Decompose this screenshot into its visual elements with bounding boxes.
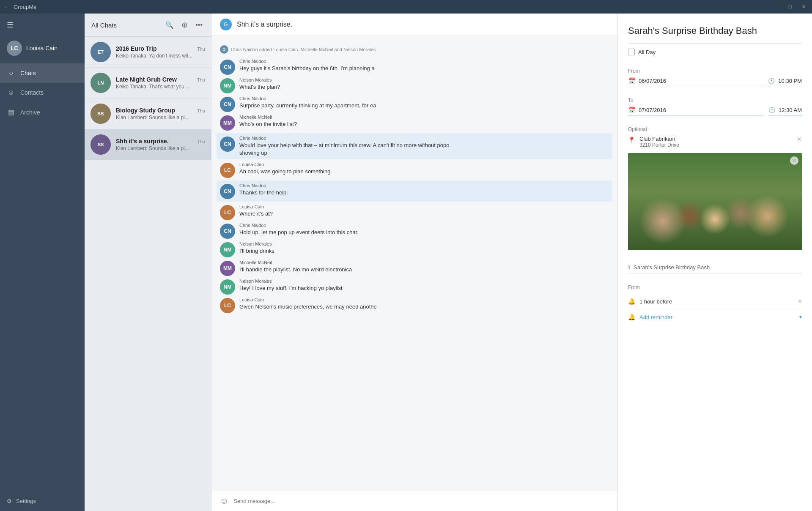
- chat-item-body: Shh it's a surprise. Thu Kian Lambert: S…: [116, 138, 205, 151]
- hamburger-menu[interactable]: ☰: [0, 14, 85, 36]
- msg-body: Louisa Cain Where it's at?: [239, 204, 273, 218]
- event-image-container: ✕: [628, 153, 802, 257]
- image-close-button[interactable]: ✕: [790, 156, 798, 165]
- titlebar: ← GroupMe ─ □ ✕: [0, 0, 812, 14]
- msg-sender: Michelle McNeil: [239, 260, 352, 265]
- chat-message: NM Nelson Morales I'll bring drinks: [220, 241, 609, 257]
- chat-name: Shh it's a surprise.: [116, 138, 169, 145]
- add-reminder-icon: 🔔: [628, 314, 635, 320]
- sidebar-settings[interactable]: ⚙ Settings: [0, 491, 85, 511]
- to-time-field[interactable]: 🕐 12:30 AM: [768, 107, 802, 115]
- reminder-close-button[interactable]: ✕: [798, 298, 802, 304]
- add-reminder-row[interactable]: 🔔 Add reminder ▾: [628, 309, 802, 325]
- minimize-button[interactable]: ─: [772, 3, 781, 11]
- msg-text: Would love your help with that – at mini…: [239, 142, 451, 157]
- search-icon[interactable]: 🔍: [164, 19, 176, 31]
- sidebar-item-archive[interactable]: ▤ Archive: [0, 102, 85, 122]
- msg-avatar: CN: [220, 97, 235, 112]
- window-controls: ─ □ ✕: [772, 3, 809, 11]
- optional-label: Optional: [628, 126, 802, 132]
- all-day-checkbox[interactable]: [628, 49, 635, 55]
- location-address: 3210 Porter Drive: [639, 142, 793, 148]
- msg-sender: Chris Naidoo: [239, 223, 359, 228]
- settings-icon: ⚙: [7, 498, 12, 504]
- chat-items: ET 2016 Euro Trip Thu Keiko Tanaka: Ya d…: [85, 37, 211, 511]
- chats-icon: ○: [7, 69, 15, 77]
- chat-item[interactable]: SS Shh it's a surprise. Thu Kian Lambert…: [85, 129, 211, 160]
- chat-list-panel: All Chats 🔍 ⊕ ••• ET 2016 Euro Trip Thu …: [85, 14, 211, 511]
- msg-avatar: CN: [220, 137, 235, 152]
- msg-sender: Louisa Cain: [239, 204, 273, 209]
- back-button[interactable]: ←: [3, 3, 9, 10]
- msg-sender: Nelson Morales: [239, 241, 274, 246]
- msg-text: Hold up, let me pop up event deets into …: [239, 229, 359, 236]
- chevron-down-icon: ▾: [799, 314, 802, 320]
- event-name-value: Sarah's Surprise Birthday Bash: [634, 264, 710, 271]
- location-text: Club Fabrikam 3210 Porter Drive: [639, 136, 793, 148]
- app-body: ☰ LC Louisa Cain ○ Chats ☺ Contacts ▤ Ar…: [0, 14, 812, 511]
- chat-item[interactable]: BS Biology Study Group Thu Kian Lambert:…: [85, 98, 211, 129]
- chat-name: Late Night Grub Crew: [116, 76, 177, 83]
- add-chat-icon[interactable]: ⊕: [180, 19, 189, 31]
- close-button[interactable]: ✕: [799, 3, 809, 11]
- all-day-label: All Day: [638, 49, 656, 55]
- contacts-icon: ☺: [7, 89, 15, 96]
- reminder-value: 1 hour before: [639, 298, 793, 305]
- sidebar-item-label: Archive: [20, 109, 40, 116]
- event-image-content: [628, 153, 802, 250]
- chat-header: G Shh it's a surprise.: [211, 14, 617, 36]
- sidebar-nav: ○ Chats ☺ Contacts ▤ Archive: [0, 63, 85, 122]
- sidebar-item-chats[interactable]: ○ Chats: [0, 63, 85, 83]
- msg-text: Hey guys it's Sarah's birthday on the 6t…: [239, 65, 375, 72]
- msg-body: Chris Naidoo Thanks for the help.: [239, 183, 288, 197]
- emoji-button[interactable]: ☺: [220, 496, 228, 506]
- msg-sender: Louisa Cain: [239, 297, 377, 302]
- msg-body: Chris Naidoo Hold up, let me pop up even…: [239, 223, 359, 236]
- maximize-button[interactable]: □: [786, 3, 794, 11]
- chat-list-header: All Chats 🔍 ⊕ •••: [85, 14, 211, 37]
- reminder-row: 🔔 1 hour before ✕: [628, 294, 802, 309]
- chat-message: MM Michelle McNeil I'll handle the playl…: [220, 260, 609, 276]
- msg-avatar: MM: [220, 261, 235, 276]
- from-time-field[interactable]: 🕐 10:30 PM: [768, 78, 802, 86]
- system-icon: G: [220, 45, 228, 54]
- chat-message-highlighted: CN Chris Naidoo Would love your help wit…: [217, 133, 612, 159]
- msg-body: Louisa Cain Ah cool, was going to plan s…: [239, 162, 332, 175]
- chat-item-body: Biology Study Group Thu Kian Lambert: So…: [116, 107, 205, 120]
- from-date-group: 📅 06/07/2016 🕐 10:30 PM: [628, 77, 802, 86]
- chat-avatar: BS: [91, 104, 111, 124]
- to-date-field[interactable]: 📅 07/07/2016: [628, 107, 763, 115]
- chat-message: NM Nelson Morales Hey! I love my stuff. …: [220, 279, 609, 295]
- chat-time: Thu: [197, 77, 205, 82]
- message-input[interactable]: [233, 498, 609, 504]
- msg-text: Given Nelson's music preferences, we may…: [239, 303, 377, 311]
- location-icon: 📍: [628, 137, 635, 143]
- more-options-icon[interactable]: •••: [194, 19, 204, 30]
- location-close-button[interactable]: ✕: [797, 136, 802, 142]
- calendar-icon: 📅: [628, 107, 635, 113]
- location-name: Club Fabrikam: [639, 136, 793, 142]
- msg-sender: Nelson Morales: [239, 279, 343, 284]
- msg-sender: Chris Naidoo: [239, 96, 376, 101]
- chat-time: Thu: [197, 108, 205, 113]
- calendar-icon: 📅: [628, 77, 635, 84]
- chat-item[interactable]: ET 2016 Euro Trip Thu Keiko Tanaka: Ya d…: [85, 37, 211, 68]
- sidebar-item-contacts[interactable]: ☺ Contacts: [0, 83, 85, 102]
- sidebar-user[interactable]: LC Louisa Cain: [0, 36, 85, 60]
- system-message: G Chris Naidoo added Louisa Cain, Michel…: [220, 43, 609, 56]
- chat-name: 2016 Euro Trip: [116, 45, 156, 52]
- chat-item[interactable]: LN Late Night Grub Crew Thu Keiko Tanaka…: [85, 68, 211, 98]
- msg-text: I'll handle the playlist. No mo weird el…: [239, 266, 352, 273]
- msg-sender: Chris Naidoo: [239, 136, 451, 141]
- msg-sender: Nelson Morales: [239, 77, 280, 82]
- chat-header-icon: G: [220, 19, 232, 30]
- system-message-text: Chris Naidoo added Louisa Cain, Michelle…: [231, 47, 376, 52]
- msg-avatar: CN: [220, 184, 235, 199]
- msg-avatar: LC: [220, 298, 235, 313]
- msg-text: What's the plan?: [239, 83, 280, 91]
- from-date-field[interactable]: 📅 06/07/2016: [628, 77, 763, 86]
- msg-avatar: LC: [220, 163, 235, 178]
- chat-input-bar: ☺: [211, 491, 617, 511]
- chat-message: NM Nelson Morales What's the plan?: [220, 77, 609, 93]
- event-image: [628, 153, 802, 250]
